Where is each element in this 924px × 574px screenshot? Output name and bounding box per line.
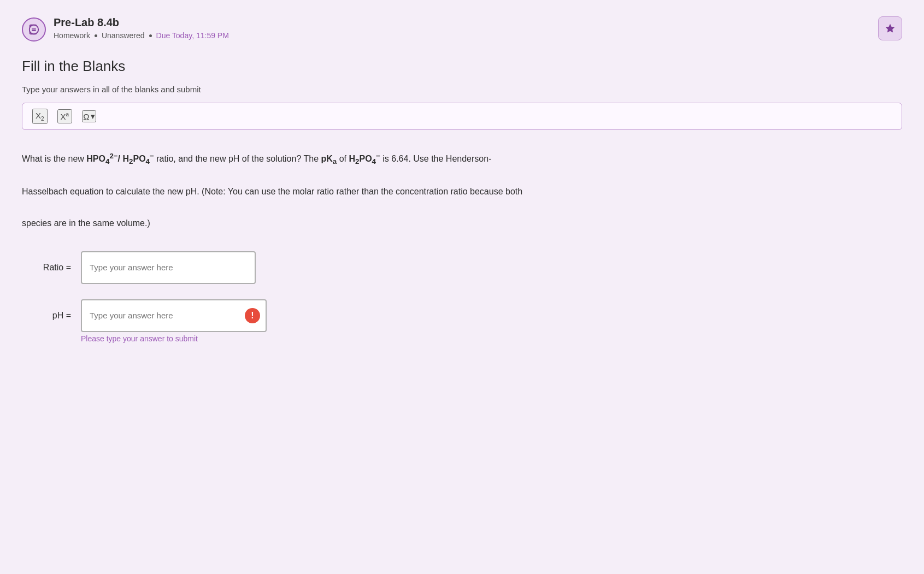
bookmark-button[interactable] bbox=[878, 16, 902, 40]
question-paragraph-3: species are in the same volume.) bbox=[22, 216, 732, 232]
dot-2 bbox=[149, 34, 152, 37]
page-title: Pre-Lab 8.4b bbox=[54, 16, 229, 29]
document-svg bbox=[28, 23, 40, 35]
ph-input[interactable] bbox=[81, 299, 267, 332]
star-icon bbox=[885, 23, 896, 34]
toolbar: X2 Xa Ω ▾ bbox=[22, 103, 902, 130]
formula-hpo4: HPO42−/ H2PO4− bbox=[86, 154, 154, 163]
header-left: Pre-Lab 8.4b Homework Unanswered Due Tod… bbox=[22, 16, 229, 42]
ph-input-wrapper: ! bbox=[81, 299, 267, 332]
omega-chevron: ▾ bbox=[91, 111, 95, 121]
ph-section: pH = ! Please type your answer to submit bbox=[33, 299, 902, 343]
document-icon bbox=[22, 17, 46, 42]
unanswered-label: Unanswered bbox=[102, 31, 145, 40]
instructions: Type your answers in all of the blanks a… bbox=[22, 85, 902, 94]
subscript-button[interactable]: X2 bbox=[32, 109, 48, 124]
section-title: Fill in the Blanks bbox=[22, 58, 902, 75]
omega-label: Ω bbox=[83, 112, 89, 121]
ph-label: pH = bbox=[33, 311, 71, 321]
error-message: Please type your answer to submit bbox=[81, 334, 902, 343]
formula-h2po4: H2PO4− bbox=[349, 154, 380, 163]
header-meta: Homework Unanswered Due Today, 11:59 PM bbox=[54, 31, 229, 40]
header: Pre-Lab 8.4b Homework Unanswered Due Tod… bbox=[22, 11, 902, 42]
question-paragraph-1: What is the new HPO42−/ H2PO4− ratio, an… bbox=[22, 150, 732, 169]
omega-button[interactable]: Ω ▾ bbox=[82, 110, 96, 122]
question-text: What is the new HPO42−/ H2PO4− ratio, an… bbox=[22, 150, 732, 232]
ratio-row: Ratio = bbox=[33, 251, 902, 284]
ratio-input[interactable] bbox=[81, 251, 256, 284]
pka-label: pKa bbox=[321, 154, 337, 163]
superscript-button[interactable]: Xa bbox=[57, 109, 73, 123]
page-container: Pre-Lab 8.4b Homework Unanswered Due Tod… bbox=[0, 0, 924, 574]
superscript-label: Xa bbox=[61, 111, 69, 121]
header-title-block: Pre-Lab 8.4b Homework Unanswered Due Tod… bbox=[54, 16, 229, 40]
homework-label: Homework bbox=[54, 31, 90, 40]
ph-row: pH = ! bbox=[33, 299, 902, 332]
ratio-label: Ratio = bbox=[33, 263, 71, 273]
question-paragraph-2: Hasselbach equation to calculate the new… bbox=[22, 184, 732, 200]
subscript-label: X2 bbox=[36, 111, 44, 122]
due-date: Due Today, 11:59 PM bbox=[156, 31, 229, 40]
input-section: Ratio = pH = ! Please type your answer t… bbox=[33, 251, 902, 343]
dot-1 bbox=[95, 34, 97, 37]
